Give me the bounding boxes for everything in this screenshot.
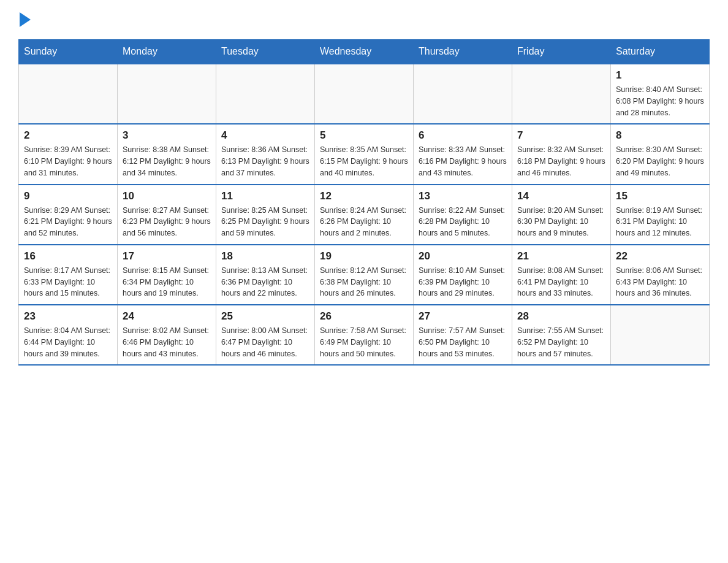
day-number: 25 — [221, 310, 309, 323]
table-row: 6Sunrise: 8:33 AM Sunset: 6:16 PM Daylig… — [414, 124, 512, 184]
day-info: Sunrise: 7:58 AM Sunset: 6:49 PM Dayligh… — [320, 325, 408, 359]
day-info: Sunrise: 8:13 AM Sunset: 6:36 PM Dayligh… — [221, 265, 309, 299]
col-saturday: Saturday — [611, 40, 710, 64]
day-number: 26 — [320, 310, 408, 323]
table-row — [19, 64, 118, 124]
day-number: 8 — [616, 129, 704, 142]
day-info: Sunrise: 8:27 AM Sunset: 6:23 PM Dayligh… — [123, 205, 211, 239]
table-row: 23Sunrise: 8:04 AM Sunset: 6:44 PM Dayli… — [19, 305, 118, 365]
day-number: 14 — [517, 190, 605, 202]
table-row: 16Sunrise: 8:17 AM Sunset: 6:33 PM Dayli… — [19, 245, 118, 305]
day-number: 17 — [123, 250, 211, 262]
col-friday: Friday — [512, 40, 611, 64]
day-info: Sunrise: 8:10 AM Sunset: 6:39 PM Dayligh… — [419, 265, 507, 299]
table-row: 24Sunrise: 8:02 AM Sunset: 6:46 PM Dayli… — [118, 305, 216, 365]
table-row — [315, 64, 414, 124]
day-info: Sunrise: 8:00 AM Sunset: 6:47 PM Dayligh… — [221, 325, 309, 359]
col-sunday: Sunday — [19, 40, 118, 64]
day-info: Sunrise: 8:22 AM Sunset: 6:28 PM Dayligh… — [419, 205, 507, 239]
calendar-header-row: Sunday Monday Tuesday Wednesday Thursday… — [19, 40, 710, 64]
day-number: 11 — [221, 190, 309, 202]
day-number: 16 — [24, 250, 112, 262]
day-info: Sunrise: 8:29 AM Sunset: 6:21 PM Dayligh… — [24, 205, 112, 239]
day-info: Sunrise: 8:36 AM Sunset: 6:13 PM Dayligh… — [221, 144, 309, 178]
day-number: 7 — [517, 129, 605, 142]
day-number: 24 — [123, 310, 211, 323]
day-number: 12 — [320, 190, 408, 202]
day-number: 13 — [419, 190, 507, 202]
table-row: 20Sunrise: 8:10 AM Sunset: 6:39 PM Dayli… — [414, 245, 512, 305]
table-row: 9Sunrise: 8:29 AM Sunset: 6:21 PM Daylig… — [19, 185, 118, 245]
day-number: 2 — [24, 129, 112, 142]
day-info: Sunrise: 8:17 AM Sunset: 6:33 PM Dayligh… — [24, 265, 112, 299]
calendar-week-4: 16Sunrise: 8:17 AM Sunset: 6:33 PM Dayli… — [19, 245, 710, 305]
day-number: 22 — [616, 250, 704, 262]
col-thursday: Thursday — [414, 40, 512, 64]
day-info: Sunrise: 8:40 AM Sunset: 6:08 PM Dayligh… — [616, 84, 704, 118]
day-info: Sunrise: 8:19 AM Sunset: 6:31 PM Dayligh… — [616, 205, 704, 239]
day-info: Sunrise: 8:30 AM Sunset: 6:20 PM Dayligh… — [616, 144, 704, 178]
table-row: 13Sunrise: 8:22 AM Sunset: 6:28 PM Dayli… — [414, 185, 512, 245]
col-tuesday: Tuesday — [216, 40, 315, 64]
day-number: 15 — [616, 190, 704, 202]
logo — [18, 12, 31, 27]
table-row: 28Sunrise: 7:55 AM Sunset: 6:52 PM Dayli… — [512, 305, 611, 365]
day-number: 5 — [320, 129, 408, 142]
table-row — [414, 64, 512, 124]
day-number: 1 — [616, 69, 704, 82]
day-info: Sunrise: 8:08 AM Sunset: 6:41 PM Dayligh… — [517, 265, 605, 299]
day-info: Sunrise: 8:33 AM Sunset: 6:16 PM Dayligh… — [419, 144, 507, 178]
day-info: Sunrise: 8:02 AM Sunset: 6:46 PM Dayligh… — [123, 325, 211, 359]
day-info: Sunrise: 8:04 AM Sunset: 6:44 PM Dayligh… — [24, 325, 112, 359]
day-info: Sunrise: 8:35 AM Sunset: 6:15 PM Dayligh… — [320, 144, 408, 178]
table-row: 1Sunrise: 8:40 AM Sunset: 6:08 PM Daylig… — [611, 64, 710, 124]
table-row: 17Sunrise: 8:15 AM Sunset: 6:34 PM Dayli… — [118, 245, 216, 305]
table-row: 12Sunrise: 8:24 AM Sunset: 6:26 PM Dayli… — [315, 185, 414, 245]
table-row: 14Sunrise: 8:20 AM Sunset: 6:30 PM Dayli… — [512, 185, 611, 245]
calendar-week-1: 1Sunrise: 8:40 AM Sunset: 6:08 PM Daylig… — [19, 64, 710, 124]
col-wednesday: Wednesday — [315, 40, 414, 64]
day-info: Sunrise: 8:15 AM Sunset: 6:34 PM Dayligh… — [123, 265, 211, 299]
day-number: 19 — [320, 250, 408, 262]
day-info: Sunrise: 8:39 AM Sunset: 6:10 PM Dayligh… — [24, 144, 112, 178]
day-number: 4 — [221, 129, 309, 142]
logo-arrow-icon — [20, 12, 31, 27]
col-monday: Monday — [118, 40, 216, 64]
day-number: 10 — [123, 190, 211, 202]
calendar-week-3: 9Sunrise: 8:29 AM Sunset: 6:21 PM Daylig… — [19, 185, 710, 245]
table-row: 8Sunrise: 8:30 AM Sunset: 6:20 PM Daylig… — [611, 124, 710, 184]
day-number: 23 — [24, 310, 112, 323]
day-info: Sunrise: 8:25 AM Sunset: 6:25 PM Dayligh… — [221, 205, 309, 239]
table-row: 15Sunrise: 8:19 AM Sunset: 6:31 PM Dayli… — [611, 185, 710, 245]
day-info: Sunrise: 8:38 AM Sunset: 6:12 PM Dayligh… — [123, 144, 211, 178]
table-row: 3Sunrise: 8:38 AM Sunset: 6:12 PM Daylig… — [118, 124, 216, 184]
day-number: 20 — [419, 250, 507, 262]
day-number: 9 — [24, 190, 112, 202]
day-info: Sunrise: 7:55 AM Sunset: 6:52 PM Dayligh… — [517, 325, 605, 359]
day-number: 6 — [419, 129, 507, 142]
table-row: 25Sunrise: 8:00 AM Sunset: 6:47 PM Dayli… — [216, 305, 315, 365]
calendar-week-5: 23Sunrise: 8:04 AM Sunset: 6:44 PM Dayli… — [19, 305, 710, 365]
table-row: 4Sunrise: 8:36 AM Sunset: 6:13 PM Daylig… — [216, 124, 315, 184]
table-row — [512, 64, 611, 124]
day-info: Sunrise: 8:20 AM Sunset: 6:30 PM Dayligh… — [517, 205, 605, 239]
table-row: 5Sunrise: 8:35 AM Sunset: 6:15 PM Daylig… — [315, 124, 414, 184]
table-row: 10Sunrise: 8:27 AM Sunset: 6:23 PM Dayli… — [118, 185, 216, 245]
table-row — [611, 305, 710, 365]
table-row: 19Sunrise: 8:12 AM Sunset: 6:38 PM Dayli… — [315, 245, 414, 305]
table-row — [216, 64, 315, 124]
table-row: 22Sunrise: 8:06 AM Sunset: 6:43 PM Dayli… — [611, 245, 710, 305]
day-number: 3 — [123, 129, 211, 142]
day-number: 27 — [419, 310, 507, 323]
calendar-week-2: 2Sunrise: 8:39 AM Sunset: 6:10 PM Daylig… — [19, 124, 710, 184]
day-number: 28 — [517, 310, 605, 323]
day-info: Sunrise: 7:57 AM Sunset: 6:50 PM Dayligh… — [419, 325, 507, 359]
page-header — [18, 12, 710, 27]
table-row: 21Sunrise: 8:08 AM Sunset: 6:41 PM Dayli… — [512, 245, 611, 305]
day-info: Sunrise: 8:32 AM Sunset: 6:18 PM Dayligh… — [517, 144, 605, 178]
table-row — [118, 64, 216, 124]
calendar-table: Sunday Monday Tuesday Wednesday Thursday… — [18, 39, 710, 366]
day-number: 21 — [517, 250, 605, 262]
table-row: 27Sunrise: 7:57 AM Sunset: 6:50 PM Dayli… — [414, 305, 512, 365]
table-row: 18Sunrise: 8:13 AM Sunset: 6:36 PM Dayli… — [216, 245, 315, 305]
